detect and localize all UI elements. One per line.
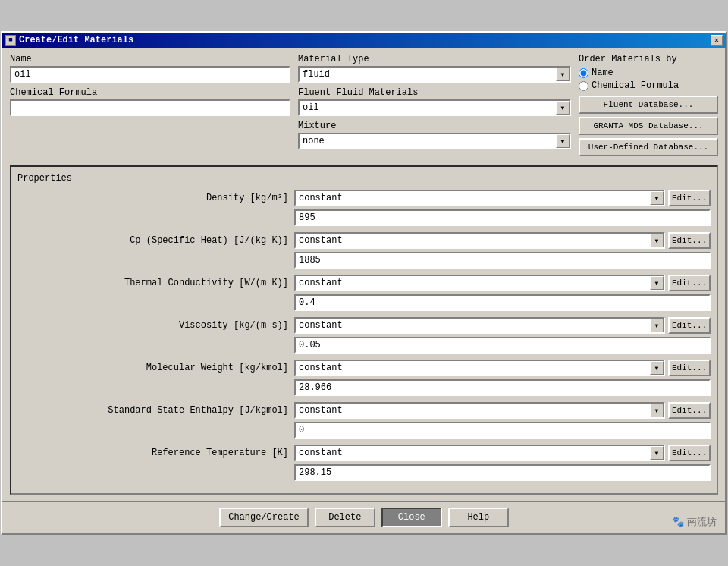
name-input[interactable]	[10, 66, 290, 83]
chemical-formula-label: Chemical Formula	[10, 87, 290, 98]
mixture-field-row: Mixture none ▼	[298, 121, 571, 149]
order-materials-label: Order Materials by	[579, 54, 718, 64]
ref-temp-method-select[interactable]: constantpiecewise-linearpolynomial	[294, 445, 665, 461]
thermal-method-select[interactable]: constantpiecewise-linearpolynomial	[294, 275, 665, 291]
thermal-method-row: Thermal Conductivity [W/(m K)] constantp…	[17, 275, 711, 291]
ref-temp-edit-button[interactable]: Edit...	[668, 445, 711, 461]
density-select-wrapper: constantpiecewise-linearpolynomial ▼	[294, 190, 665, 206]
ref-temp-select-wrapper: constantpiecewise-linearpolynomial ▼	[294, 445, 665, 461]
enthalpy-edit-button[interactable]: Edit...	[668, 402, 711, 419]
mixture-label: Mixture	[298, 121, 571, 131]
cp-label: Cp (Specific Heat) [J/(kg K)]	[17, 235, 294, 246]
mixture-select[interactable]: none	[298, 133, 571, 149]
enthalpy-method-row: Standard State Enthalpy [J/kgmol] consta…	[17, 402, 711, 419]
cp-method-row: Cp (Specific Heat) [J/(kg K)] constantpi…	[17, 232, 711, 249]
mol-weight-label: Molecular Weight [kg/kmol]	[17, 363, 294, 373]
properties-section: Properties Density [kg/m³] constantpiece…	[10, 165, 718, 495]
form-right-col: Order Materials by Name Chemical Formula…	[579, 54, 718, 159]
enthalpy-method-select[interactable]: constantpiecewise-linearpolynomial	[294, 402, 665, 419]
fluent-fluid-select[interactable]: oil water air	[298, 99, 571, 116]
thermal-select-wrapper: constantpiecewise-linearpolynomial ▼	[294, 275, 665, 291]
mol-weight-control: constantpiecewise-linearpolynomial ▼ Edi…	[294, 360, 711, 376]
order-name-radio-item[interactable]: Name	[579, 68, 718, 78]
cp-control: constantpiecewise-linearpolynomial ▼ Edi…	[294, 232, 711, 249]
enthalpy-value-input[interactable]	[294, 422, 711, 439]
viscosity-method-select[interactable]: constantpiecewise-linearpolynomial	[294, 317, 665, 334]
cp-method-select[interactable]: constantpiecewise-linearpolynomial	[294, 232, 665, 249]
mol-weight-method-select[interactable]: constantpiecewise-linearpolynomial	[294, 360, 665, 376]
density-value-input[interactable]	[294, 209, 711, 226]
enthalpy-select-wrapper: constantpiecewise-linearpolynomial ▼	[294, 402, 665, 419]
title-bar-left: ■ Create/Edit Materials	[5, 35, 133, 46]
window-content: Name Chemical Formula Material Type flui…	[2, 48, 726, 501]
form-mid-col: Material Type fluid solid mixture ▼ Flue…	[298, 54, 571, 159]
thermal-value-input[interactable]	[294, 294, 711, 311]
cp-value-input[interactable]	[294, 252, 711, 269]
density-control: constantpiecewise-linearpolynomial ▼ Edi…	[294, 190, 711, 206]
viscosity-value-row	[17, 337, 711, 354]
thermal-value-row	[17, 294, 711, 311]
delete-button[interactable]: Delete	[315, 508, 375, 527]
enthalpy-value-row	[17, 422, 711, 439]
enthalpy-control: constantpiecewise-linearpolynomial ▼ Edi…	[294, 402, 711, 419]
density-value-row	[17, 209, 711, 226]
order-name-radio[interactable]	[579, 68, 588, 78]
help-button[interactable]: Help	[448, 508, 509, 527]
fluent-database-button[interactable]: Fluent Database...	[579, 96, 718, 114]
title-bar: ■ Create/Edit Materials ✕	[2, 33, 726, 48]
top-form: Name Chemical Formula Material Type flui…	[10, 54, 718, 159]
fluent-fluid-field-row: Fluent Fluid Materials oil water air ▼	[298, 87, 571, 116]
ref-temp-method-row: Reference Temperature [K] constantpiecew…	[17, 445, 711, 461]
cp-value-row	[17, 252, 711, 269]
density-method-row: Density [kg/m³] constantpiecewise-linear…	[17, 190, 711, 206]
order-name-label: Name	[592, 68, 613, 78]
material-type-field-row: Material Type fluid solid mixture ▼	[298, 54, 571, 83]
enthalpy-label: Standard State Enthalpy [J/kgmol]	[17, 405, 294, 416]
order-radio-group: Name Chemical Formula	[579, 68, 718, 91]
material-type-label: Material Type	[298, 54, 571, 64]
density-method-select[interactable]: constantpiecewise-linearpolynomial	[294, 190, 665, 206]
order-materials-section: Order Materials by Name Chemical Formula	[579, 54, 718, 91]
properties-title: Properties	[17, 173, 711, 184]
close-button-bottom[interactable]: Close	[381, 508, 442, 527]
chemical-formula-field-row: Chemical Formula	[10, 87, 290, 116]
viscosity-value-input[interactable]	[294, 337, 711, 354]
user-database-button[interactable]: User-Defined Database...	[579, 138, 718, 156]
density-label: Density [kg/m³]	[17, 193, 294, 203]
bottom-bar: Change/Create Delete Close Help	[2, 501, 726, 533]
order-formula-radio[interactable]	[579, 81, 588, 91]
material-type-select[interactable]: fluid solid mixture	[298, 66, 571, 83]
cp-edit-button[interactable]: Edit...	[668, 232, 711, 249]
window-title: Create/Edit Materials	[19, 35, 133, 46]
mixture-select-wrapper: none ▼	[298, 133, 571, 149]
mol-weight-select-wrapper: constantpiecewise-linearpolynomial ▼	[294, 360, 665, 376]
viscosity-select-wrapper: constantpiecewise-linearpolynomial ▼	[294, 317, 665, 334]
thermal-edit-button[interactable]: Edit...	[668, 275, 711, 291]
name-field-row: Name	[10, 54, 290, 83]
mol-weight-value-row	[17, 379, 711, 396]
close-button[interactable]: ✕	[711, 35, 723, 46]
ref-temp-control: constantpiecewise-linearpolynomial ▼ Edi…	[294, 445, 711, 461]
mol-weight-edit-button[interactable]: Edit...	[668, 360, 711, 376]
viscosity-edit-button[interactable]: Edit...	[668, 317, 711, 334]
order-formula-label: Chemical Formula	[592, 80, 679, 91]
density-edit-button[interactable]: Edit...	[668, 190, 711, 206]
ref-temp-value-input[interactable]	[294, 464, 711, 481]
name-label: Name	[10, 54, 290, 64]
thermal-label: Thermal Conductivity [W/(m K)]	[17, 278, 294, 288]
chemical-formula-input[interactable]	[10, 99, 290, 116]
order-formula-radio-item[interactable]: Chemical Formula	[579, 80, 718, 91]
window-icon: ■	[5, 35, 16, 46]
mol-weight-method-row: Molecular Weight [kg/kmol] constantpiece…	[17, 360, 711, 376]
granta-database-button[interactable]: GRANTA MDS Database...	[579, 117, 718, 135]
ref-temp-label: Reference Temperature [K]	[17, 448, 294, 458]
ref-temp-value-row	[17, 464, 711, 481]
cp-select-wrapper: constantpiecewise-linearpolynomial ▼	[294, 232, 665, 249]
thermal-control: constantpiecewise-linearpolynomial ▼ Edi…	[294, 275, 711, 291]
viscosity-label: Viscosity [kg/(m s)]	[17, 320, 294, 331]
viscosity-control: constantpiecewise-linearpolynomial ▼ Edi…	[294, 317, 711, 334]
material-type-select-wrapper: fluid solid mixture ▼	[298, 66, 571, 83]
change-create-button[interactable]: Change/Create	[219, 508, 309, 527]
mol-weight-value-input[interactable]	[294, 379, 711, 396]
main-window: ■ Create/Edit Materials ✕ Name Chemical …	[1, 31, 727, 535]
